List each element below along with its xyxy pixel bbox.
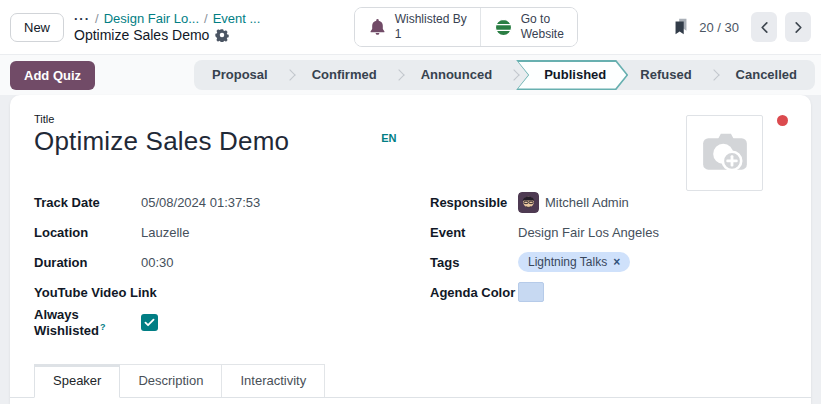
agenda-color-label: Agenda Color [430, 285, 518, 300]
pager: 20 / 30 [671, 12, 811, 42]
field-youtube-video-link: YouTube Video Link [34, 277, 406, 307]
event-value[interactable]: Design Fair Los Angeles [518, 225, 787, 240]
wishlisted-by-label: Wishlisted By [395, 12, 467, 27]
chevron-separator-icon [284, 69, 295, 80]
new-button[interactable]: New [10, 13, 64, 42]
breadcrumb-current-record: Optimize Sales Demo [74, 27, 209, 43]
chevron-separator-icon [393, 69, 404, 80]
bookmarks-icon[interactable] [671, 16, 691, 38]
breadcrumb-link-event[interactable]: Event ... [213, 11, 261, 26]
statusbar-step-published-label: Published [516, 67, 628, 82]
add-quiz-button[interactable]: Add Quiz [10, 61, 95, 90]
statusbar-step-announced[interactable]: Announced [405, 60, 509, 90]
event-label: Event [430, 225, 518, 240]
notebook-tabs: Speaker Description Interactivity [10, 364, 811, 398]
website-published-dot[interactable] [777, 115, 788, 126]
tag-label: Lightning Talks [528, 255, 607, 269]
breadcrumb-separator: / [95, 11, 99, 26]
go-to-label: Go to [521, 12, 550, 27]
wishlisted-by-button[interactable]: Wishlisted By 1 [355, 8, 480, 46]
statusbar-step-confirmed[interactable]: Confirmed [296, 60, 393, 90]
form-sheet: Title Optimize Sales Demo EN Track Date … [10, 95, 811, 404]
agenda-color-swatch[interactable] [518, 282, 544, 302]
duration-value[interactable]: 00:30 [141, 255, 406, 270]
gear-icon[interactable] [215, 28, 229, 42]
location-label: Location [34, 225, 141, 240]
breadcrumb-link-design-fair[interactable]: Design Fair Lo... [104, 11, 199, 26]
tab-speaker[interactable]: Speaker [34, 364, 120, 398]
record-action-buttons: Wishlisted By 1 Go to Website [354, 7, 578, 47]
top-control-bar: New ··· / Design Fair Lo... / Event ... … [0, 0, 821, 55]
go-to-website-button[interactable]: Go to Website [480, 8, 577, 46]
field-always-wishlisted: Always Wishlisted? [34, 307, 406, 338]
field-event: Event Design Fair Los Angeles [430, 217, 787, 247]
statusbar: Proposal Confirmed Announced Published R… [194, 60, 815, 90]
tag-lightning-talks[interactable]: Lightning Talks × [518, 252, 630, 272]
right-field-column: Responsible Mitchell Admin Event Design … [430, 187, 787, 307]
location-value[interactable]: Lauzelle [141, 225, 406, 240]
field-columns: Track Date 05/08/2024 01:37:53 Location … [34, 187, 787, 338]
website-label: Website [521, 27, 564, 42]
tags-label: Tags [430, 255, 518, 270]
title-field-label: Title [34, 113, 787, 125]
breadcrumb-separator: / [204, 11, 208, 26]
field-tags: Tags Lightning Talks × [430, 247, 787, 277]
field-duration: Duration 00:30 [34, 247, 406, 277]
chevron-separator-icon [708, 69, 719, 80]
breadcrumb-area: New ··· / Design Fair Lo... / Event ... … [10, 11, 260, 43]
left-field-column: Track Date 05/08/2024 01:37:53 Location … [34, 187, 406, 338]
statusbar-step-proposal[interactable]: Proposal [196, 60, 284, 90]
tab-interactivity[interactable]: Interactivity [222, 364, 325, 397]
page-title[interactable]: Optimize Sales Demo [34, 126, 289, 157]
statusbar-step-refused[interactable]: Refused [624, 60, 707, 90]
help-marker: ? [100, 322, 106, 332]
pager-next-button[interactable] [785, 12, 811, 42]
always-wishlisted-checkbox[interactable] [141, 314, 158, 331]
tag-remove-icon[interactable]: × [613, 256, 620, 268]
field-agenda-color: Agenda Color [430, 277, 787, 307]
field-track-date: Track Date 05/08/2024 01:37:53 [34, 187, 406, 217]
tab-description[interactable]: Description [120, 364, 222, 397]
youtube-video-link-label: YouTube Video Link [34, 285, 406, 300]
camera-add-icon [697, 128, 753, 178]
action-status-row: Add Quiz Proposal Confirmed Announced Pu… [0, 55, 821, 95]
pager-count: 20 / 30 [699, 20, 739, 35]
statusbar-step-published-active[interactable]: Published [516, 60, 628, 90]
track-image-placeholder[interactable] [686, 115, 763, 191]
pager-previous-button[interactable] [751, 12, 777, 42]
statusbar-step-cancelled[interactable]: Cancelled [720, 60, 813, 90]
track-date-value[interactable]: 05/08/2024 01:37:53 [141, 195, 406, 210]
field-location: Location Lauzelle [34, 217, 406, 247]
breadcrumb-overflow-menu[interactable]: ··· [74, 11, 90, 26]
field-responsible: Responsible Mitchell Admin [430, 187, 787, 217]
responsible-label: Responsible [430, 195, 518, 210]
breadcrumb: ··· / Design Fair Lo... / Event ... Opti… [74, 11, 260, 43]
globe-icon [494, 18, 513, 37]
wishlisted-by-count: 1 [395, 27, 402, 42]
always-wishlisted-label: Always Wishlisted? [34, 307, 141, 338]
responsible-value[interactable]: Mitchell Admin [545, 195, 629, 210]
duration-label: Duration [34, 255, 141, 270]
track-date-label: Track Date [34, 195, 141, 210]
language-badge[interactable]: EN [381, 132, 396, 144]
responsible-avatar [518, 192, 539, 213]
bell-icon [368, 17, 387, 37]
